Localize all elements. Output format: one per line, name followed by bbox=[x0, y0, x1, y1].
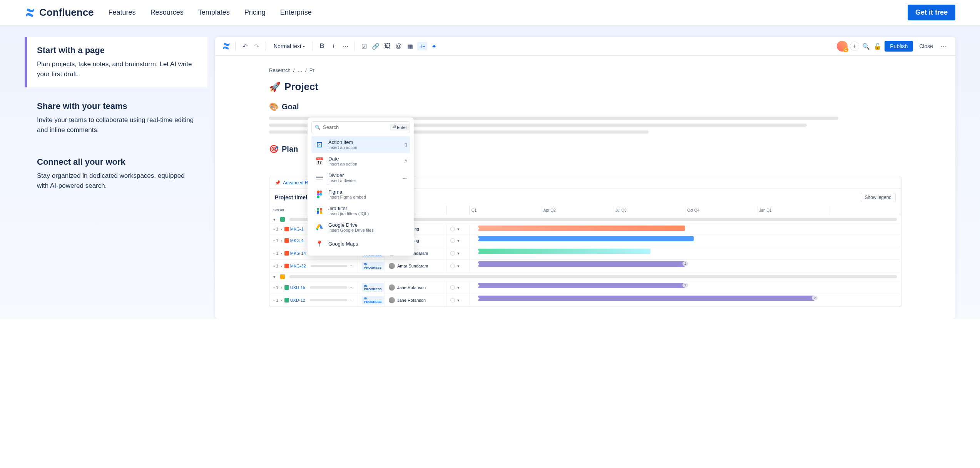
gantt-bar[interactable]: ◆ bbox=[478, 226, 685, 231]
avatar-badge: G bbox=[843, 47, 848, 52]
more-format-icon[interactable]: ⋯ bbox=[341, 42, 350, 51]
slash-item-divider[interactable]: DividerInsert a divider--- bbox=[311, 169, 410, 186]
gantt-bar[interactable]: ◆ bbox=[478, 249, 651, 254]
confluence-icon bbox=[25, 7, 35, 18]
assignee-cell[interactable]: Jane Rotanson bbox=[385, 294, 447, 307]
svg-point-4 bbox=[317, 196, 319, 198]
enter-hint: ⏎ Enter bbox=[390, 124, 409, 130]
tab-share-teams[interactable]: Share with your teams Invite your teams … bbox=[25, 93, 207, 143]
search-icon[interactable]: 🔍 bbox=[861, 42, 871, 51]
timeline-cell[interactable]: ◆ bbox=[470, 234, 901, 247]
group-icon bbox=[280, 274, 285, 279]
slash-item-google-maps[interactable]: 📍Google Maps bbox=[311, 236, 410, 252]
svg-point-2 bbox=[317, 193, 319, 196]
actions-cell[interactable]: ▾ bbox=[447, 260, 470, 272]
slash-item-date[interactable]: 📅DateInsert an action// bbox=[311, 153, 410, 169]
calendar-icon: 📅 bbox=[314, 156, 324, 166]
nav-resources[interactable]: Resources bbox=[151, 8, 184, 17]
slash-item-figma[interactable]: FigmaInsert Figma embed bbox=[311, 186, 410, 202]
nav-enterprise[interactable]: Enterprise bbox=[280, 8, 312, 17]
brand-logo[interactable]: Confluence bbox=[25, 7, 94, 18]
assignee-cell[interactable]: Jane Rotanson bbox=[385, 281, 447, 294]
section-goal: 🎨 Goal bbox=[269, 102, 901, 111]
slash-item-jira-filter[interactable]: Jira filterInsert jira filters (JQL) bbox=[311, 202, 410, 219]
chevron-down-icon: ▾ bbox=[457, 264, 462, 268]
gantt-bar[interactable]: 2◆ bbox=[478, 261, 685, 267]
slash-item-google-drive[interactable]: Google DriveInsert Google Drive files bbox=[311, 219, 410, 236]
actions-cell[interactable]: ▾ bbox=[447, 281, 470, 294]
timeline-cell[interactable]: 2◆ bbox=[470, 294, 901, 307]
timeline-cell[interactable]: 2◆ bbox=[470, 281, 901, 294]
action-item-icon[interactable]: ☑ bbox=[360, 42, 369, 51]
scope-cell[interactable]: ▫ 1 › UXD-12⋯ bbox=[269, 294, 358, 307]
undo-icon[interactable]: ↶ bbox=[240, 42, 249, 51]
avatar-icon bbox=[389, 297, 395, 303]
show-legend-button[interactable]: Show legend bbox=[861, 193, 896, 202]
checkbox-icon: ✓ bbox=[314, 140, 324, 150]
restrictions-icon[interactable]: 🔓 bbox=[873, 42, 882, 51]
actions-cell[interactable]: ▾ bbox=[447, 294, 470, 307]
timeline-cell[interactable]: 2◆ bbox=[470, 260, 901, 272]
status-cell[interactable]: IN PROGRESS bbox=[358, 294, 385, 307]
gantt-bar[interactable]: 2◆ bbox=[478, 283, 685, 288]
tab-start-page[interactable]: Start with a page Plan projects, take no… bbox=[25, 37, 207, 87]
actions-cell[interactable]: ▾ bbox=[447, 247, 470, 260]
more-actions-icon[interactable]: ⋯ bbox=[939, 42, 948, 51]
brand-name: Confluence bbox=[39, 7, 94, 18]
publish-button[interactable]: Publish bbox=[885, 41, 913, 52]
insert-plus-dropdown[interactable]: + ▾ bbox=[417, 42, 427, 50]
get-free-button[interactable]: Get it free bbox=[908, 5, 955, 20]
breadcrumb[interactable]: Research / … / Pr bbox=[269, 67, 901, 73]
target-icon: 🎯 bbox=[269, 144, 279, 154]
mention-icon[interactable]: @ bbox=[394, 42, 403, 51]
top-nav: Confluence Features Resources Templates … bbox=[0, 0, 980, 25]
nav-features[interactable]: Features bbox=[109, 8, 136, 17]
user-avatar[interactable]: G bbox=[837, 41, 848, 52]
actions-cell[interactable]: ▾ bbox=[447, 224, 470, 234]
chevron-down-icon: ▾ bbox=[273, 217, 278, 222]
pin-icon: 📌 bbox=[275, 180, 281, 186]
svg-point-3 bbox=[319, 193, 322, 196]
scope-cell[interactable]: ▫ 1 › MKG-32⋯ bbox=[269, 260, 358, 272]
table-icon[interactable]: ▦ bbox=[406, 42, 415, 51]
italic-icon[interactable]: I bbox=[329, 42, 338, 51]
svg-point-0 bbox=[317, 191, 319, 193]
add-person-icon[interactable]: + bbox=[850, 42, 859, 51]
slash-search-input[interactable] bbox=[323, 124, 388, 130]
ai-sparkle-icon[interactable]: ✦ bbox=[430, 42, 439, 51]
timeline-cell[interactable]: ◆ bbox=[470, 224, 901, 234]
actions-cell[interactable]: ▾ bbox=[447, 234, 470, 247]
tab-title: Connect all your work bbox=[37, 157, 197, 167]
text-style-dropdown[interactable]: Normal text ▾ bbox=[271, 42, 308, 51]
status-cell[interactable]: IN PROGRESS bbox=[358, 260, 385, 272]
link-icon[interactable]: 🔗 bbox=[371, 42, 380, 51]
tab-desc: Invite your teams to collaborate using r… bbox=[37, 115, 197, 135]
chevron-down-icon: ▾ bbox=[457, 238, 462, 243]
page-title[interactable]: 🚀 Project bbox=[269, 81, 901, 93]
close-button[interactable]: Close bbox=[915, 41, 937, 52]
gantt-bar[interactable]: 2◆ bbox=[478, 296, 814, 301]
image-icon[interactable]: 🖼 bbox=[383, 42, 392, 51]
tab-connect-work[interactable]: Connect all your work Stay organized in … bbox=[25, 149, 207, 199]
search-icon: 🔍 bbox=[315, 125, 321, 130]
redo-icon[interactable]: ↷ bbox=[252, 42, 261, 51]
feature-tabs: Start with a page Plan projects, take no… bbox=[25, 37, 207, 319]
timeline-cell[interactable]: ◆ bbox=[470, 247, 901, 260]
nav-links: Features Resources Templates Pricing Ent… bbox=[109, 8, 312, 17]
nav-pricing[interactable]: Pricing bbox=[244, 8, 266, 17]
avatar-icon bbox=[389, 263, 395, 269]
circle-icon bbox=[450, 264, 455, 268]
timeline-header: Q1Apr Q2Jul Q3Oct Q4Jan Q1 bbox=[470, 206, 901, 215]
group-row[interactable]: ▾ bbox=[269, 272, 901, 281]
gantt-bar[interactable]: ◆ bbox=[478, 236, 694, 241]
scope-cell[interactable]: ▫ 1 › UXD-15⋯ bbox=[269, 281, 358, 294]
assignee-cell[interactable]: Amar Sundaram bbox=[385, 260, 447, 272]
slash-item-action-item[interactable]: ✓Action itemInsert an action[] bbox=[311, 136, 410, 153]
bold-icon[interactable]: B bbox=[318, 42, 327, 51]
nav-templates[interactable]: Templates bbox=[198, 8, 230, 17]
chevron-down-icon: ▾ bbox=[273, 274, 278, 279]
chevron-down-icon: ▾ bbox=[457, 298, 462, 303]
status-cell[interactable]: IN PROGRESS bbox=[358, 281, 385, 294]
chevron-down-icon: ▾ bbox=[457, 285, 462, 290]
slash-search[interactable]: 🔍 ⏎ Enter bbox=[311, 121, 410, 133]
